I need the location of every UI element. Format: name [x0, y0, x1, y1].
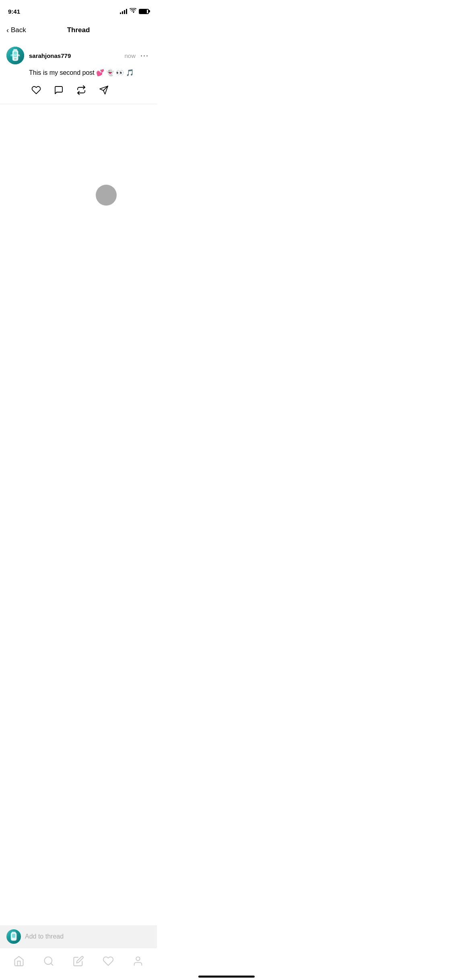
- status-bar: 9:41: [0, 0, 157, 20]
- repost-button[interactable]: [74, 83, 89, 97]
- back-label: Back: [11, 26, 26, 34]
- post-content: This is my second post 💕 👻 👀 🎵: [6, 68, 150, 77]
- post-header: INSTA dri sarahjonas779 now ···: [6, 47, 150, 64]
- svg-text:INSTA: INSTA: [10, 54, 20, 57]
- loading-area: [0, 104, 157, 206]
- battery-icon: [139, 9, 149, 14]
- comment-button[interactable]: [51, 83, 66, 97]
- wifi-icon: [130, 8, 136, 14]
- status-time: 9:41: [8, 8, 20, 15]
- status-icons: [120, 8, 149, 14]
- post-timestamp: now: [124, 52, 136, 59]
- svg-text:dri: dri: [14, 58, 17, 60]
- like-button[interactable]: [29, 83, 43, 97]
- back-button[interactable]: ‹ Back: [6, 26, 26, 35]
- nav-header: ‹ Back Thread: [0, 20, 157, 40]
- post-meta: now ···: [124, 50, 150, 62]
- back-chevron-icon: ‹: [6, 26, 9, 35]
- page-title: Thread: [67, 26, 90, 34]
- username: sarahjonas779: [29, 52, 71, 59]
- post-user-info: INSTA dri sarahjonas779: [6, 47, 71, 64]
- thread-container: INSTA dri sarahjonas779 now ··· This is …: [0, 40, 157, 104]
- avatar: INSTA dri: [6, 47, 24, 64]
- more-options-button[interactable]: ···: [139, 50, 150, 62]
- loading-indicator: [96, 185, 117, 206]
- share-button[interactable]: [97, 83, 111, 97]
- signal-icon: [120, 8, 127, 14]
- post-actions: [6, 83, 150, 104]
